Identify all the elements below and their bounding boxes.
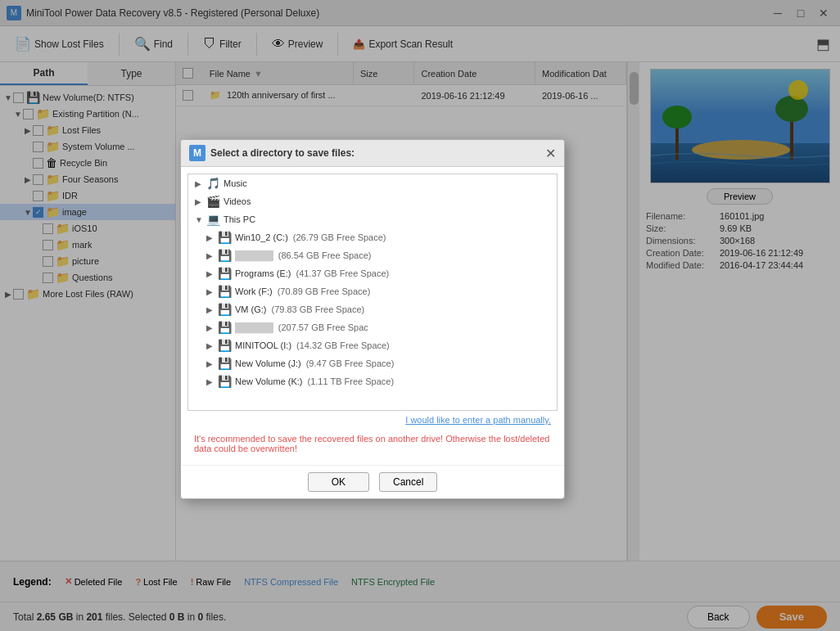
modal-warning: It's recommended to save the recovered f… bbox=[187, 429, 558, 458]
manual-path-link[interactable]: I would like to enter a path manually. bbox=[405, 415, 551, 425]
drive-space: (1.11 TB Free Space) bbox=[308, 376, 395, 386]
dir-item-j[interactable]: ▶ 💾 New Volume (J:) (9.47 GB Free Space) bbox=[188, 354, 557, 372]
dir-label: Work (F:) bbox=[235, 286, 273, 296]
dir-toggle[interactable]: ▶ bbox=[195, 197, 206, 206]
dir-item-f[interactable]: ▶ 💾 Work (F:) (70.89 GB Free Space) bbox=[188, 282, 557, 300]
drive-space: (26.79 GB Free Space) bbox=[293, 232, 386, 242]
dir-label: Win10_2 (C:) bbox=[235, 232, 288, 242]
drive-k-icon: 💾 bbox=[218, 375, 232, 388]
dir-toggle[interactable]: ▶ bbox=[206, 341, 218, 350]
dir-item-this-pc[interactable]: ▼ 💻 This PC bbox=[188, 210, 557, 228]
dir-item-c[interactable]: ▶ 💾 Win10_2 (C:) (26.79 GB Free Space) bbox=[188, 228, 557, 246]
dir-toggle[interactable]: ▶ bbox=[206, 251, 218, 260]
dir-toggle[interactable]: ▶ bbox=[206, 287, 218, 296]
dir-item-i[interactable]: ▶ 💾 MINITOOL (I:) (14.32 GB Free Space) bbox=[188, 336, 557, 354]
drive-blurred-icon: 💾 bbox=[218, 249, 232, 262]
dir-label: ██████ bbox=[235, 250, 273, 260]
drive-c-icon: 💾 bbox=[218, 231, 232, 244]
dir-toggle[interactable]: ▶ bbox=[206, 377, 218, 386]
dir-item-k[interactable]: ▶ 💾 New Volume (K:) (1.11 TB Free Space) bbox=[188, 372, 557, 390]
dir-label: ██████ bbox=[235, 322, 273, 332]
dir-label: New Volume (K:) bbox=[235, 376, 303, 386]
directory-tree[interactable]: ▶ 🎵 Music ▶ 🎬 Videos ▼ 💻 This PC bbox=[187, 174, 558, 411]
dir-item-e[interactable]: ▶ 💾 Programs (E:) (41.37 GB Free Space) bbox=[188, 264, 557, 282]
modal-overlay: M Select a directory to save files: ✕ ▶ … bbox=[0, 0, 840, 631]
modal-footer: OK Cancel bbox=[181, 465, 564, 498]
dir-item-blurred-2[interactable]: ▶ 💾 ██████ (207.57 GB Free Spac bbox=[188, 318, 557, 336]
drive-space: (9.47 GB Free Space) bbox=[306, 358, 395, 368]
music-folder-icon: 🎵 bbox=[206, 177, 220, 190]
dir-toggle[interactable]: ▶ bbox=[195, 179, 206, 188]
dir-item-music[interactable]: ▶ 🎵 Music bbox=[188, 174, 557, 192]
manual-path-link-area: I would like to enter a path manually. bbox=[187, 411, 558, 429]
dir-label: Music bbox=[224, 178, 247, 188]
modal-title: M Select a directory to save files: bbox=[189, 145, 355, 161]
dir-toggle[interactable]: ▶ bbox=[206, 233, 218, 242]
drive-space: (86.54 GB Free Space) bbox=[278, 250, 372, 260]
drive-space: (41.37 GB Free Space) bbox=[296, 268, 389, 278]
drive-blurred2-icon: 💾 bbox=[218, 321, 232, 334]
save-directory-modal: M Select a directory to save files: ✕ ▶ … bbox=[180, 139, 565, 499]
dir-label: Videos bbox=[224, 196, 251, 206]
dir-item-videos[interactable]: ▶ 🎬 Videos bbox=[188, 192, 557, 210]
dir-toggle[interactable]: ▶ bbox=[206, 269, 218, 278]
drive-space: (79.83 GB Free Space) bbox=[272, 304, 365, 314]
dir-label: This PC bbox=[224, 214, 255, 224]
drive-e-icon: 💾 bbox=[218, 267, 232, 280]
drive-space: (207.57 GB Free Spac bbox=[278, 322, 368, 332]
dir-item-g[interactable]: ▶ 💾 VM (G:) (79.83 GB Free Space) bbox=[188, 300, 557, 318]
dir-toggle[interactable]: ▶ bbox=[206, 359, 218, 368]
dir-label: VM (G:) bbox=[235, 304, 267, 314]
modal-close-button[interactable]: ✕ bbox=[545, 146, 556, 161]
modal-ok-button[interactable]: OK bbox=[308, 472, 369, 492]
drive-space: (14.32 GB Free Space) bbox=[296, 340, 390, 350]
drive-space: (70.89 GB Free Space) bbox=[278, 286, 371, 296]
modal-header: M Select a directory to save files: ✕ bbox=[181, 140, 564, 167]
drive-i-icon: 💾 bbox=[218, 339, 232, 352]
modal-icon: M bbox=[189, 145, 205, 161]
videos-folder-icon: 🎬 bbox=[206, 195, 220, 208]
pc-icon: 💻 bbox=[206, 213, 220, 226]
dir-label: New Volume (J:) bbox=[235, 358, 301, 368]
drive-g-icon: 💾 bbox=[218, 303, 232, 316]
dir-item-blurred-1[interactable]: ▶ 💾 ██████ (86.54 GB Free Space) bbox=[188, 246, 557, 264]
drive-f-icon: 💾 bbox=[218, 285, 232, 298]
dir-label: MINITOOL (I:) bbox=[235, 340, 291, 350]
dir-toggle[interactable]: ▶ bbox=[206, 323, 218, 332]
dir-toggle[interactable]: ▼ bbox=[195, 215, 206, 224]
dir-label: Programs (E:) bbox=[235, 268, 291, 278]
dir-toggle[interactable]: ▶ bbox=[206, 305, 218, 314]
modal-body: ▶ 🎵 Music ▶ 🎬 Videos ▼ 💻 This PC bbox=[181, 167, 564, 465]
modal-cancel-button[interactable]: Cancel bbox=[379, 472, 437, 492]
drive-j-icon: 💾 bbox=[218, 357, 232, 370]
